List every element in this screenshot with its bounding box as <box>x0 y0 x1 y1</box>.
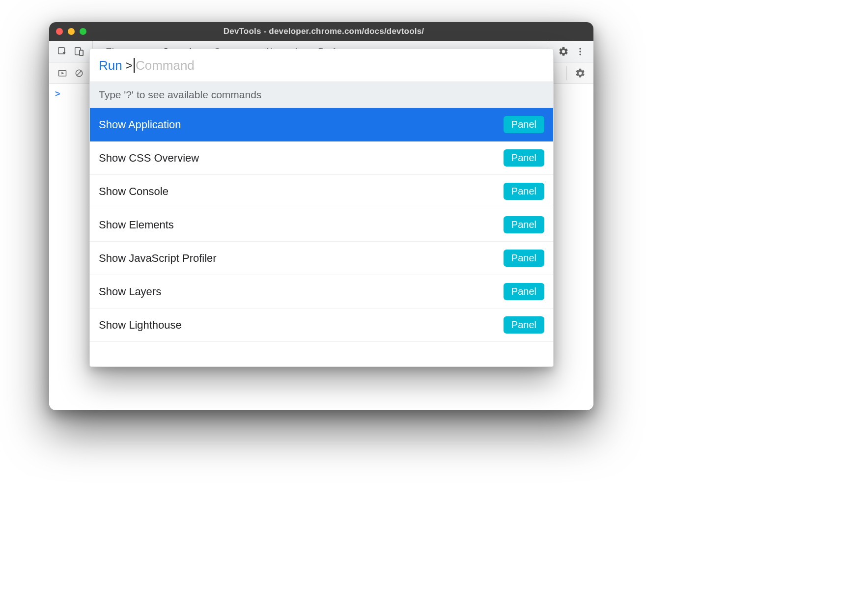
svg-point-4 <box>579 48 581 49</box>
command-item-show-elements[interactable]: Show Elements Panel <box>90 208 553 242</box>
console-settings-gear-icon[interactable] <box>572 65 589 82</box>
clear-console-icon[interactable] <box>71 65 87 82</box>
command-input-row[interactable]: Run > Command <box>90 49 553 82</box>
svg-marker-8 <box>61 72 64 74</box>
command-input-placeholder: Command <box>136 58 195 73</box>
console-prompt-chevron-icon: > <box>55 89 60 99</box>
window-titlebar: DevTools - developer.chrome.com/docs/dev… <box>49 22 593 41</box>
command-item-badge: Panel <box>504 316 544 334</box>
command-item-show-console[interactable]: Show Console Panel <box>90 175 553 208</box>
command-item-label: Show Application <box>99 118 181 131</box>
kebab-menu-icon[interactable] <box>572 41 589 62</box>
command-item-badge: Panel <box>504 183 544 200</box>
toolbar-divider <box>566 66 567 80</box>
command-item-badge: Panel <box>504 250 544 267</box>
text-cursor <box>134 58 135 73</box>
devtools-window: DevTools - developer.chrome.com/docs/dev… <box>49 22 593 410</box>
window-title: DevTools - developer.chrome.com/docs/dev… <box>61 27 587 36</box>
command-item-badge: Panel <box>504 216 544 233</box>
command-chevron-icon: > <box>125 58 133 73</box>
command-item-label: Show Elements <box>99 219 174 231</box>
command-item-show-layers[interactable]: Show Layers Panel <box>90 275 553 308</box>
command-item-badge: Panel <box>504 149 544 167</box>
command-run-label: Run <box>99 58 122 73</box>
settings-gear-icon[interactable] <box>555 41 572 62</box>
svg-line-10 <box>77 71 81 75</box>
command-item-label: Show CSS Overview <box>99 152 199 165</box>
command-list: Show Application Panel Show CSS Overview… <box>90 108 553 342</box>
command-hint: Type '?' to see available commands <box>90 82 553 108</box>
toolbar-left-section <box>49 41 93 62</box>
command-item-show-application[interactable]: Show Application Panel <box>90 108 553 141</box>
command-item-label: Show Layers <box>99 285 161 298</box>
command-item-label: Show Console <box>99 185 169 198</box>
toggle-sidebar-icon[interactable] <box>54 65 71 82</box>
svg-point-5 <box>579 51 581 52</box>
svg-rect-2 <box>80 50 83 56</box>
command-item-label: Show JavaScript Profiler <box>99 252 217 265</box>
command-item-show-lighthouse[interactable]: Show Lighthouse Panel <box>90 308 553 342</box>
command-item-show-css-overview[interactable]: Show CSS Overview Panel <box>90 141 553 175</box>
toolbar-right-section <box>550 41 593 62</box>
command-item-badge: Panel <box>504 283 544 300</box>
command-item-badge: Panel <box>504 116 544 133</box>
command-item-show-javascript-profiler[interactable]: Show JavaScript Profiler Panel <box>90 242 553 275</box>
device-toolbar-icon[interactable] <box>71 41 87 62</box>
inspect-element-icon[interactable] <box>54 41 71 62</box>
command-item-label: Show Lighthouse <box>99 319 182 332</box>
command-menu: Run > Command Type '?' to see available … <box>89 49 554 367</box>
svg-point-6 <box>579 54 581 55</box>
